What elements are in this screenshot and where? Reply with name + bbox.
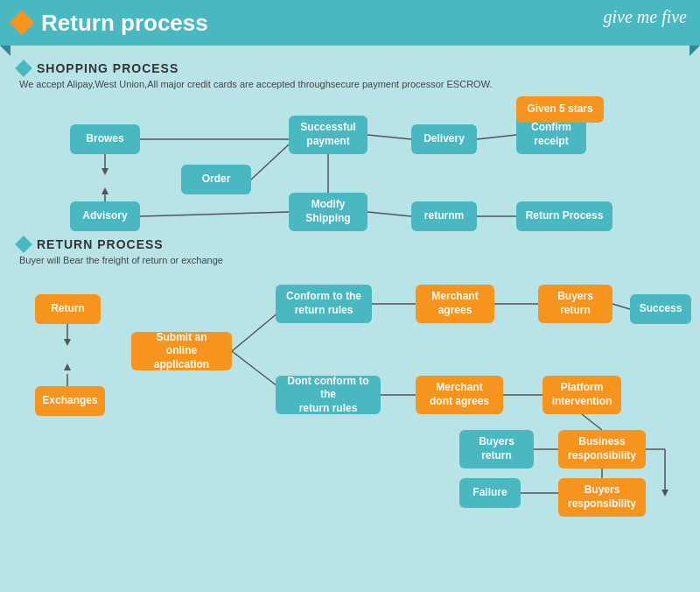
svg-line-11 — [368, 135, 411, 139]
buyers-return2-box: Buyers return — [459, 430, 534, 469]
return-description: Buyer will Bear the freight of return or… — [19, 255, 682, 265]
return-diamond-icon — [15, 236, 32, 253]
given-5-stars-box: Given 5 stars — [516, 96, 604, 123]
svg-marker-24 — [64, 363, 71, 370]
svg-line-7 — [140, 212, 289, 216]
header: Return process give me five — [0, 0, 700, 46]
advisory-box: Advisory — [70, 201, 140, 231]
header-logo: give me five — [604, 7, 688, 27]
ribbon-right-icon — [690, 46, 700, 56]
svg-marker-49 — [662, 490, 668, 497]
svg-marker-3 — [102, 168, 108, 175]
return-process-box: Return Process — [516, 201, 612, 231]
returnm-box: returnm — [411, 201, 477, 231]
svg-line-39 — [582, 414, 602, 430]
conform-box: Conform to the return rules — [276, 285, 372, 323]
svg-line-6 — [251, 144, 289, 180]
modify-shipping-box: Modify Shipping — [289, 193, 368, 231]
return-section-title: RETURN PROCESS — [37, 237, 164, 251]
page-title: Return process — [41, 10, 208, 37]
svg-line-17 — [368, 212, 411, 216]
merchant-dont-box: Merchant dont agrees — [416, 376, 503, 414]
buyers-return1-box: Buyers return — [538, 285, 612, 323]
shopping-section-title: SHOPPING PROCESS — [37, 61, 178, 75]
svg-marker-5 — [102, 187, 108, 194]
successful-payment-box: Successful payment — [289, 116, 368, 154]
business-responsibility-box: Business responsibility — [558, 430, 646, 469]
order-box: Order — [181, 165, 251, 194]
return-flow: Return Exchanges Submit an online applic… — [18, 272, 682, 500]
delivery-box: Delivery — [411, 124, 477, 154]
success-box: Success — [630, 294, 691, 324]
shopping-description: We accept Alipay,West Union,All major cr… — [19, 79, 682, 89]
shopping-section-header: SHOPPING PROCESS — [18, 61, 682, 75]
buyers-responsibility-box: Buyers responsibility — [558, 478, 646, 517]
browes-box: Browes — [70, 124, 140, 154]
header-diamond-icon — [10, 11, 34, 35]
exchanges-box: Exchanges — [35, 386, 105, 416]
main-content: SHOPPING PROCESS We accept Alipay,West U… — [0, 46, 700, 592]
shopping-diamond-icon — [15, 60, 32, 77]
platform-box: Platform intervention — [542, 376, 621, 414]
submit-box: Submit an online application — [131, 332, 232, 370]
return-box: Return — [35, 294, 101, 324]
failure-box: Failure — [459, 478, 521, 508]
svg-line-33 — [612, 304, 630, 309]
svg-marker-22 — [64, 339, 71, 346]
svg-line-13 — [477, 135, 516, 139]
dont-conform-box: Dont conform to the return rules — [276, 376, 381, 414]
ribbon-left-icon — [0, 46, 10, 56]
return-section-header: RETURN PROCESS — [18, 237, 682, 251]
merchant-agrees-box: Merchant agrees — [416, 285, 494, 323]
shopping-flow: Browes Order Advisory Successful payment… — [18, 96, 682, 232]
